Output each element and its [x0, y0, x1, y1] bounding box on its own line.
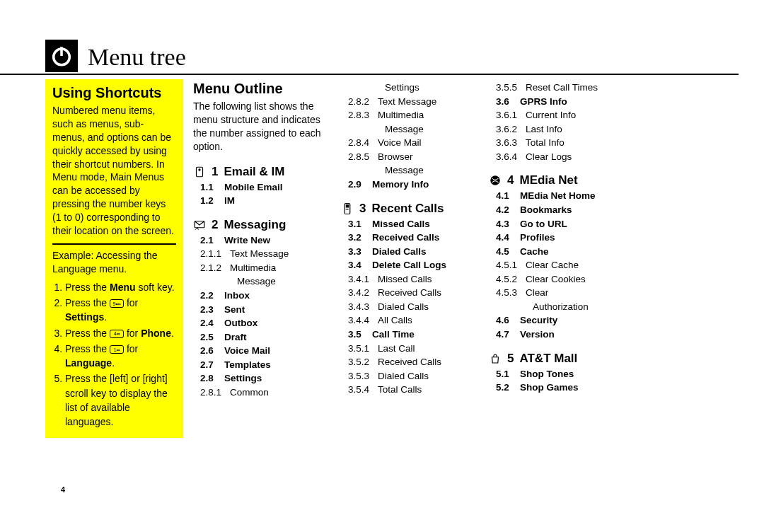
list-item: 3.5.3Dialed Calls [341, 369, 479, 383]
list-item: 4.5.3Clear [489, 286, 627, 300]
svg-point-3 [198, 168, 200, 170]
list-item: 4.1MEdia Net Home [489, 189, 627, 203]
section-5-header: 5 AT&T Mall [489, 352, 627, 366]
section-5-label: AT&T Mall [519, 352, 577, 366]
messaging-icon [193, 219, 206, 231]
section-3-label: Recent Calls [371, 202, 444, 216]
keycap-9-icon: 9••• [110, 299, 124, 308]
list-item: 2.1Write New [193, 233, 331, 248]
svg-rect-7 [346, 209, 347, 210]
list-item: 4.4Profiles [489, 231, 627, 245]
section-1-num: 1 [212, 165, 218, 179]
list-item-continuation: Message [341, 122, 479, 137]
svg-point-9 [490, 176, 500, 186]
step-2: Press the 9••• for Settings. [65, 296, 176, 325]
list-item: 3.6.4Clear Logs [489, 150, 627, 164]
list-item: 3.5.4Total Calls [341, 383, 479, 397]
section-5-num: 5 [507, 352, 514, 366]
list-item: 2.7Templates [193, 358, 331, 372]
keycap-4-icon: 4•• [110, 330, 124, 338]
list-item: 4.7Version [489, 328, 627, 342]
step-5: Press the [left] or [right] scroll key t… [65, 371, 176, 429]
section-3-num: 3 [359, 202, 366, 216]
section-2-num: 2 [212, 218, 218, 232]
list-item: 2.1.2Multimedia [193, 261, 331, 275]
content-columns: Using Shortcuts Numbered menu items, suc… [0, 75, 764, 438]
list-item: 2.5Draft [193, 330, 331, 345]
list-item: 4.3Go to URL [489, 217, 627, 231]
list-item: 2.8.5Browser [341, 150, 479, 164]
page: Menu tree Using Shortcuts Numbered menu … [0, 0, 764, 532]
list-item: 4.5.2Clear Cookies [489, 272, 627, 287]
section-3-header: 3 Recent Calls [341, 202, 479, 216]
list-item: 2.8Settings [193, 371, 331, 386]
list-item: 4.6Security [489, 313, 627, 328]
list-item: 5.2Shop Games [489, 381, 627, 395]
phone-icon [341, 202, 354, 215]
list-item: 3.6.3Total Info [489, 136, 627, 150]
section-4-header: 4 MEdia Net [489, 173, 627, 187]
list-item: 3.2Received Calls [341, 231, 479, 245]
list-item-continuation: Authorization [489, 300, 627, 314]
svg-rect-6 [346, 204, 349, 208]
list-item: 3.4.2Received Calls [341, 286, 479, 300]
list-item: 2.8.2Text Message [341, 95, 479, 109]
svg-rect-2 [197, 167, 203, 177]
outline-col-1: Menu Outline The following list shows th… [193, 79, 331, 438]
list-item: 2.8.3Multimedia [341, 108, 479, 122]
example-text: Example: Accessing the Language menu. [52, 249, 176, 276]
list-item-continuation: Message [341, 163, 479, 178]
list-item: 3.4.4All Calls [341, 313, 479, 328]
list-item: 3.5.5Reset Call Times [489, 81, 627, 95]
list-item: 3.4Delete Call Logs [341, 258, 479, 272]
list-item: 3.5.2Received Calls [341, 355, 479, 369]
list-item: 3.5Call Time [341, 328, 479, 342]
list-item: 4.5.1Clear Cache [489, 258, 627, 272]
list-item: 1.1Mobile Email [193, 180, 331, 195]
section-4-label: MEdia Net [519, 173, 577, 187]
list-item: 2.3Sent [193, 303, 331, 317]
keycap-1-icon: 1•• [110, 345, 124, 354]
outline-col-2: Settings 2.8.2Text Message 2.8.3Multimed… [341, 79, 479, 438]
list-item: 2.1.1Text Message [193, 247, 331, 261]
menu-outline-heading: Menu Outline [193, 81, 331, 97]
globe-icon [489, 174, 502, 187]
svg-rect-8 [347, 209, 349, 210]
list-item: 2.9Memory Info [341, 178, 479, 192]
step-3: Press the 4•• for Phone. [65, 326, 176, 340]
list-item: 3.6GPRS Info [489, 95, 627, 109]
title-bar: Menu tree [0, 40, 739, 75]
list-item-continuation: Settings [341, 81, 479, 95]
section-2-label: Messaging [224, 218, 286, 232]
using-shortcuts-heading: Using Shortcuts [52, 85, 176, 101]
power-icon [45, 40, 78, 72]
section-5-list: 5.1Shop Tones 5.2Shop Games [489, 367, 627, 395]
list-item: 3.6.2Last Info [489, 122, 627, 137]
list-item: 4.2Bookmarks [489, 203, 627, 217]
section-1-list: 1.1Mobile Email 1.2IM [193, 180, 331, 208]
col4-top-list: 3.5.5Reset Call Times 3.6GPRS Info 3.6.1… [489, 81, 627, 163]
section-4-list: 4.1MEdia Net Home 4.2Bookmarks 4.3Go to … [489, 189, 627, 341]
section-4-num: 4 [507, 173, 514, 187]
step-4: Press the 1•• for Language. [65, 342, 176, 371]
list-item: 3.1Missed Calls [341, 217, 479, 231]
page-title: Menu tree [88, 45, 186, 72]
page-number: 4 [61, 485, 65, 494]
step-1: Press the Menu soft key. [65, 280, 176, 294]
col3-top-list: Settings 2.8.2Text Message 2.8.3Multimed… [341, 81, 479, 192]
outline-col-3: 3.5.5Reset Call Times 3.6GPRS Info 3.6.1… [489, 79, 627, 438]
using-shortcuts-box: Using Shortcuts Numbered menu items, suc… [45, 79, 183, 438]
list-item-continuation: Message [193, 274, 331, 289]
list-item: 2.6Voice Mail [193, 344, 331, 358]
using-shortcuts-body: Numbered menu items, such as menus, sub-… [52, 104, 176, 238]
list-item: 2.2Inbox [193, 289, 331, 303]
divider [52, 243, 176, 245]
list-item: 3.3Dialed Calls [341, 245, 479, 259]
menu-outline-intro: The following list shows the menu struct… [193, 100, 331, 154]
email-icon [193, 166, 206, 178]
list-item: 2.8.4Voice Mail [341, 136, 479, 150]
list-item: 3.6.1Current Info [489, 108, 627, 122]
list-item: 4.5Cache [489, 245, 627, 259]
list-item: 2.8.1Common [193, 386, 331, 400]
section-2-list: 2.1Write New 2.1.1Text Message 2.1.2Mult… [193, 233, 331, 400]
